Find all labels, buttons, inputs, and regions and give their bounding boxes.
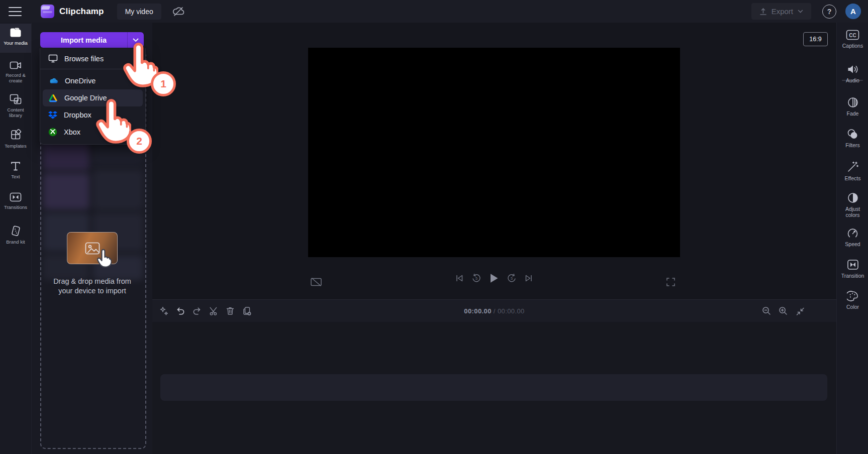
panel-item-audio[interactable]: Audio <box>837 64 868 83</box>
timeline-zoom-tools <box>761 306 805 316</box>
sidebar-item-label: Transitions <box>2 204 30 210</box>
speed-icon <box>847 228 858 239</box>
panel-item-label: Captions <box>838 43 867 49</box>
redo-button[interactable] <box>192 306 202 316</box>
clipchamp-logo-icon <box>41 5 54 18</box>
sidebar-item-content-library[interactable]: Content library <box>0 90 31 124</box>
svg-text:CC: CC <box>849 33 856 38</box>
rewind-5s-button[interactable]: 5 <box>471 273 481 283</box>
text-icon <box>10 161 21 171</box>
sidebar-item-label: Your media <box>2 40 30 46</box>
help-button[interactable]: ? <box>822 5 836 19</box>
time-total: 00:00.00 <box>498 307 525 315</box>
properties-panel: CC Captions Audio Fade Filters <box>836 23 868 454</box>
camera-icon <box>10 61 22 70</box>
sidebar-item-transitions[interactable]: Transitions <box>0 188 31 217</box>
faded-thumbnail <box>43 173 89 209</box>
sidebar-item-label: Text <box>2 174 30 179</box>
zoom-out-button[interactable] <box>761 306 771 316</box>
faded-thumbnail <box>93 170 143 210</box>
export-chevron-icon <box>798 10 803 13</box>
svg-text:5: 5 <box>475 276 477 281</box>
export-label: Export <box>771 7 793 16</box>
panel-item-label: Filters <box>838 142 867 148</box>
skip-to-end-button[interactable] <box>524 274 533 283</box>
duplicate-button[interactable] <box>242 306 252 316</box>
project-title-button[interactable]: My video <box>117 4 161 20</box>
monitor-icon <box>48 54 58 63</box>
panel-item-filters[interactable]: Filters <box>837 129 868 148</box>
panel-item-label: Fade <box>838 110 867 117</box>
timeline-track-placeholder[interactable] <box>160 374 827 401</box>
panel-item-fade[interactable]: Fade <box>837 97 868 117</box>
sidebar-item-label: Brand kit <box>2 239 30 245</box>
panel-item-speed[interactable]: Speed <box>837 228 868 247</box>
forward-5s-button[interactable]: 5 <box>507 273 517 283</box>
zoom-in-button[interactable] <box>778 306 788 316</box>
effects-wand-icon <box>847 161 858 173</box>
ai-suggestions-button[interactable] <box>159 306 169 316</box>
brand-kit-icon <box>10 225 21 237</box>
fullscreen-button[interactable] <box>666 277 676 287</box>
top-bar: Clipchamp My video Export ? A <box>0 0 868 23</box>
transition-icon <box>847 259 859 270</box>
adjust-colors-icon <box>847 192 858 203</box>
fade-icon <box>847 97 858 108</box>
top-bar-right: Export ? A <box>751 0 868 23</box>
captions-icon: CC <box>846 30 859 40</box>
zoom-fit-button[interactable] <box>795 306 805 316</box>
onedrive-icon <box>48 77 58 85</box>
panel-item-label: Transition <box>838 273 867 279</box>
split-scissors-button[interactable] <box>209 306 219 316</box>
templates-icon <box>10 129 22 141</box>
video-canvas[interactable] <box>308 48 680 257</box>
dropzone-hint-line2: your device to import <box>40 286 144 296</box>
preview-captions-toggle[interactable] <box>310 277 322 287</box>
avatar[interactable]: A <box>845 4 861 19</box>
panel-item-effects[interactable]: Effects <box>837 161 868 181</box>
panel-item-label: Color <box>838 304 867 310</box>
menu-item-label: Xbox <box>64 128 80 136</box>
aspect-ratio-badge[interactable]: 16:9 <box>803 32 828 46</box>
panel-item-label: Effects <box>838 175 867 181</box>
sidebar-item-record-create[interactable]: Record & create <box>0 57 31 90</box>
undo-button[interactable] <box>175 306 185 316</box>
panel-item-adjust-colors[interactable]: Adjust colors <box>837 192 868 218</box>
timeline-area: 00:00.00 / 00:00.00 <box>152 299 836 454</box>
time-separator-glyph: / <box>494 307 496 315</box>
panel-item-transition[interactable]: Transition <box>837 259 868 279</box>
xbox-icon <box>48 128 57 137</box>
tutorial-hand-cursor-2 <box>95 98 131 145</box>
timeline-timecode: 00:00.00 / 00:00.00 <box>152 307 836 315</box>
sidebar-item-text[interactable]: Text <box>0 157 31 185</box>
skip-to-start-button[interactable] <box>455 274 464 283</box>
menu-item-label: Dropbox <box>64 111 91 119</box>
sidebar-item-your-media[interactable]: Your media <box>0 24 31 53</box>
folder-icon <box>10 28 22 38</box>
import-media-label: Import media <box>40 36 127 44</box>
sidebar-item-brand-kit[interactable]: Brand kit <box>0 221 31 251</box>
faded-thumbnail <box>43 142 89 170</box>
timeline-toolbar: 00:00.00 / 00:00.00 <box>152 299 836 322</box>
sidebar-item-label: Templates <box>2 143 30 149</box>
panel-item-label: Adjust colors <box>838 206 867 218</box>
delete-button[interactable] <box>225 306 235 316</box>
play-button[interactable] <box>489 273 499 284</box>
drag-hand-cursor-icon <box>97 249 112 268</box>
menu-item-label: Browse files <box>64 55 104 63</box>
preview-area: 16:9 5 <box>152 23 836 299</box>
content-library-icon <box>10 94 22 104</box>
transport-controls: 5 5 <box>439 273 549 284</box>
player-controls: 5 5 <box>152 273 836 293</box>
dropzone-hint-line1: Drag & drop media from <box>40 277 144 286</box>
hamburger-menu-icon[interactable] <box>9 7 22 16</box>
app-name: Clipchamp <box>59 7 104 17</box>
sidebar-item-templates[interactable]: Templates <box>0 125 31 155</box>
color-palette-icon <box>847 291 858 301</box>
dropbox-icon <box>48 111 57 119</box>
timeline-edit-tools <box>159 306 252 316</box>
export-button[interactable]: Export <box>751 3 811 20</box>
step-badge-2: 2 <box>127 129 152 154</box>
panel-item-color[interactable]: Color <box>837 291 868 310</box>
panel-item-captions[interactable]: CC Captions <box>837 30 868 49</box>
